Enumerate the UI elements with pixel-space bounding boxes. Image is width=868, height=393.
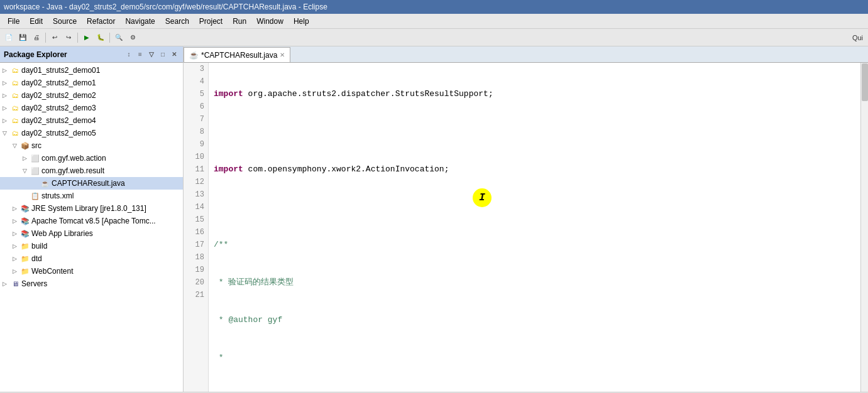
toolbar-right: Qui [850,31,865,44]
src-icon: 📦 [20,142,30,150]
tree-item-dtd[interactable]: ▷ 📁 dtd [0,252,183,265]
scrollbar-thumb[interactable] [862,63,868,101]
tree-item-day02-5[interactable]: ▽ 🗂 day02_struts2_demo5 [0,127,183,139]
line-num: 15 [187,213,204,226]
tree-label: day02_struts2_demo5 [21,129,96,137]
tree-label: day02_struts2_demo3 [21,104,96,112]
menu-help[interactable]: Help [288,16,314,27]
line-num: 13 [187,188,204,201]
toolbar-sep2 [77,33,78,43]
tree-item-build[interactable]: ▷ 📁 build [0,240,183,252]
tree-item-struts-xml[interactable]: 📋 struts.xml [0,190,183,202]
code-text: com.opensymphony.xwork2.ActionInvocation… [243,163,449,176]
line-num: 18 [187,251,204,264]
collapse-icon[interactable]: ≡ [135,50,145,60]
tree-item-tomcat[interactable]: ▷ 📚 Apache Tomcat v8.5 [Apache Tomc... [0,215,183,227]
comment: * 验证码的结果类型 [214,276,294,289]
tree-item-day02-1[interactable]: ▷ 🗂 day02_struts2_demo1 [0,77,183,89]
chevron-right-icon: ▷ [13,243,20,249]
tree-item-day02-2[interactable]: ▷ 🗂 day02_struts2_demo2 [0,89,183,102]
tab-close-icon[interactable]: ✕ [280,51,285,58]
sync-icon[interactable]: ↕ [124,50,134,60]
editor-tabs: ☕ *CAPTCHAResult.java ✕ [184,46,868,63]
menu-bar: File Edit Source Refactor Navigate Searc… [0,14,868,29]
menu-file[interactable]: File [3,16,25,27]
minimize-icon[interactable]: ▽ [146,50,157,60]
toolbar-undo[interactable]: ↩ [48,31,61,44]
server-icon: 🖥 [10,280,20,288]
folder-icon: 🗂 [10,129,20,137]
menu-source[interactable]: Source [48,16,82,27]
code-content[interactable]: import org.apache.struts2.dispatcher.Str… [209,63,860,392]
menu-window[interactable]: Window [251,16,288,27]
code-editor[interactable]: 3 4 5 6 7 8 9 10 11 12 13 14 15 16 17 18… [184,63,868,392]
toolbar-settings[interactable]: ⚙ [126,31,139,44]
tree-item-webcontent[interactable]: ▷ 📁 WebContent [0,265,183,277]
toolbar-sep3 [109,33,110,43]
chevron-right-icon: ▷ [3,281,10,287]
panel-header-icons: ↕ ≡ ▽ □ ✕ [124,50,179,60]
chevron-right-icon: ▷ [13,230,20,237]
tree-view: ▷ 🗂 day01_struts2_demo01 ▷ 🗂 day02_strut… [0,63,183,392]
code-line-9: * @author gyf [214,314,855,326]
panel-title: Package Explorer [4,50,67,59]
tree-item-pkg-result[interactable]: ▽ ⬜ com.gyf.web.result [0,164,183,177]
tree-item-jre[interactable]: ▷ 📚 JRE System Library [jre1.8.0_131] [0,202,183,215]
tree-item-servers[interactable]: ▷ 🖥 Servers [0,277,183,290]
close-icon[interactable]: ✕ [169,50,179,60]
toolbar-new[interactable]: 📄 [3,31,15,44]
menu-navigate[interactable]: Navigate [120,16,160,27]
toolbar-quick-access[interactable]: Qui [850,31,865,44]
line-num: 20 [187,276,204,289]
chevron-right-icon: ▷ [3,92,10,99]
menu-run[interactable]: Run [228,16,251,27]
jar-icon: 📚 [20,205,30,213]
tree-label: src [31,141,41,150]
menu-refactor[interactable]: Refactor [82,16,120,27]
toolbar-search[interactable]: 🔍 [113,31,125,44]
line-num: 16 [187,226,204,239]
code-line-7: /** [214,239,855,251]
tree-item-webapp-lib[interactable]: ▷ 📚 Web App Libraries [0,227,183,240]
main-layout: Package Explorer ↕ ≡ ▽ □ ✕ ▷ 🗂 day01_str… [0,46,868,392]
menu-search[interactable]: Search [160,16,194,27]
tree-item-captcha[interactable]: ☕ CAPTCHAResult.java [0,177,183,190]
line-num: 12 [187,176,204,188]
line-num: 17 [187,239,204,251]
folder-icon: 🗂 [10,67,20,74]
editor-tab-captcha[interactable]: ☕ *CAPTCHAResult.java ✕ [184,47,290,62]
tree-item-day01[interactable]: ▷ 🗂 day01_struts2_demo01 [0,64,183,77]
line-num: 5 [187,88,204,100]
tab-label: *CAPTCHAResult.java [201,51,277,60]
chevron-right-icon: ▷ [13,256,20,262]
tree-label: Apache Tomcat v8.5 [Apache Tomc... [31,217,156,225]
toolbar-print[interactable]: 🖨 [30,31,43,44]
java-file-icon: ☕ [40,180,50,188]
package-explorer: Package Explorer ↕ ≡ ▽ □ ✕ ▷ 🗂 day01_str… [0,46,184,392]
menu-project[interactable]: Project [194,16,228,27]
jar-icon: 📚 [20,217,30,225]
toolbar-sep1 [45,33,46,43]
tree-label: WebContent [31,267,74,276]
tree-label: build [31,242,47,250]
title-text: workspace - Java - day02_struts2_demo5/s… [4,3,327,11]
menu-edit[interactable]: Edit [25,16,48,27]
tree-item-pkg-action[interactable]: ▷ ⬜ com.gyf.web.action [0,152,183,164]
tree-label: CAPTCHAResult.java [52,179,125,188]
jar-icon: 📚 [20,230,30,238]
tree-item-day02-4[interactable]: ▷ 🗂 day02_struts2_demo4 [0,114,183,127]
vertical-scrollbar[interactable] [860,63,868,392]
keyword: import [214,88,243,100]
code-line-10: * [214,352,855,364]
tree-item-src[interactable]: ▽ 📦 src [0,139,183,152]
line-num: 8 [187,126,204,138]
maximize-icon[interactable]: □ [158,50,168,60]
tree-item-day02-3[interactable]: ▷ 🗂 day02_struts2_demo3 [0,102,183,114]
toolbar-save[interactable]: 💾 [16,31,29,44]
toolbar-debug[interactable]: 🐛 [94,31,107,44]
tree-label: com.gyf.web.action [41,154,106,163]
line-num: 7 [187,113,204,126]
tree-label: dtd [31,254,42,263]
toolbar-run[interactable]: ▶ [80,31,93,44]
toolbar-redo[interactable]: ↪ [62,31,75,44]
